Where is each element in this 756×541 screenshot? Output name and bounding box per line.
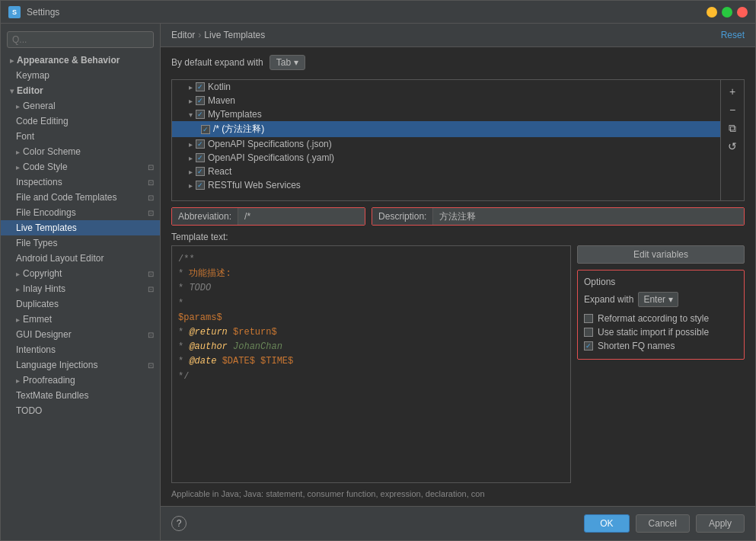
- reformat-checkbox[interactable]: [584, 314, 593, 323]
- sidebar-item-label: Keymap: [16, 70, 49, 81]
- maven-checkbox[interactable]: [196, 96, 205, 105]
- chevron-icon: [16, 285, 20, 293]
- reformat-checkbox-row[interactable]: Reformat according to style: [584, 312, 738, 325]
- reset-template-button[interactable]: ↺: [724, 138, 741, 155]
- sidebar-item-font[interactable]: Font: [1, 129, 160, 144]
- sidebar-item-inspections[interactable]: Inspections ⊡: [1, 174, 160, 190]
- sidebar-item-color-scheme[interactable]: Color Scheme: [1, 144, 160, 159]
- code-editor[interactable]: /** * 功能描述: * TODO * $params$ * @return …: [171, 245, 571, 483]
- restful-checkbox[interactable]: [196, 181, 205, 190]
- copy-template-button[interactable]: ⧉: [724, 120, 741, 136]
- maximize-button[interactable]: [722, 7, 732, 18]
- sidebar-item-proofreading[interactable]: Proofreading: [1, 373, 160, 388]
- expand-with-option-dropdown[interactable]: Enter ▾: [638, 292, 678, 307]
- copy-icon: ⊡: [148, 163, 154, 171]
- sidebar-item-label: TextMate Bundles: [16, 390, 88, 401]
- bottom-buttons: OK Cancel Apply: [584, 514, 745, 533]
- shorten-eq-checkbox-row[interactable]: Shorten FQ names: [584, 339, 738, 353]
- expand-with-option-value: Enter: [643, 294, 665, 305]
- static-import-checkbox[interactable]: [584, 328, 593, 337]
- window-title: Settings: [27, 7, 59, 18]
- sidebar-item-general[interactable]: General: [1, 98, 160, 114]
- sidebar-item-gui-designer[interactable]: GUI Designer ⊡: [1, 327, 160, 342]
- sidebar-item-duplicates[interactable]: Duplicates: [1, 296, 160, 312]
- sidebar-item-todo[interactable]: TODO: [1, 403, 160, 418]
- sidebar-item-editor[interactable]: Editor: [1, 83, 160, 98]
- description-label: Description:: [372, 208, 433, 225]
- static-import-checkbox-row[interactable]: Use static import if possible: [584, 325, 738, 339]
- abbreviation-input[interactable]: [238, 208, 365, 225]
- description-input[interactable]: [433, 208, 744, 225]
- tree-item-label: /* (方法注释): [213, 123, 264, 136]
- tree-item-mytemplates[interactable]: MyTemplates: [172, 107, 720, 121]
- right-options: Edit variables Options Expand with Enter…: [577, 232, 745, 498]
- add-template-button[interactable]: +: [724, 83, 741, 100]
- chevron-icon: [16, 102, 20, 110]
- apply-button[interactable]: Apply: [696, 514, 745, 533]
- tree-item-label: RESTful Web Services: [208, 180, 301, 190]
- close-button[interactable]: [737, 7, 748, 18]
- form-row: Abbreviation: Description:: [171, 207, 745, 226]
- chevron-icon: [16, 270, 20, 278]
- tree-item-kotlin[interactable]: Kotlin: [172, 80, 720, 94]
- method-comment-checkbox[interactable]: [201, 125, 210, 134]
- remove-template-button[interactable]: −: [724, 101, 741, 118]
- openapi-yaml-checkbox[interactable]: [196, 153, 205, 162]
- sidebar-item-label: Proofreading: [23, 375, 75, 386]
- tree-item-method-comment[interactable]: /* (方法注释): [172, 121, 720, 137]
- react-checkbox[interactable]: [196, 167, 205, 176]
- expand-with-dropdown[interactable]: Tab ▾: [270, 55, 305, 70]
- sidebar-item-inlay-hints[interactable]: Inlay Hints ⊡: [1, 281, 160, 296]
- breadcrumb-parent: Editor: [171, 30, 195, 40]
- sidebar-item-textmate[interactable]: TextMate Bundles: [1, 388, 160, 403]
- chevron-icon: [189, 140, 193, 149]
- search-input[interactable]: [7, 31, 154, 48]
- cancel-button[interactable]: Cancel: [636, 514, 690, 533]
- tree-item-maven[interactable]: Maven: [172, 94, 720, 107]
- chevron-icon: [10, 87, 14, 95]
- reset-button[interactable]: Reset: [721, 30, 745, 40]
- openapi-json-checkbox[interactable]: [196, 139, 205, 149]
- breadcrumb-current: Live Templates: [204, 30, 265, 40]
- tree-item-openapi-yaml[interactable]: OpenAPI Specifications (.yaml): [172, 151, 720, 165]
- copy-icon: ⊡: [148, 209, 154, 217]
- description-group: Description:: [372, 207, 745, 226]
- tree-item-restful[interactable]: RESTful Web Services: [172, 178, 720, 192]
- mytemplates-checkbox[interactable]: [196, 110, 205, 119]
- sidebar-item-android-layout[interactable]: Android Layout Editor: [1, 251, 160, 266]
- shorten-eq-checkbox[interactable]: [584, 341, 593, 351]
- kotlin-checkbox[interactable]: [196, 82, 205, 91]
- sidebar-item-label: Language Injections: [16, 360, 97, 370]
- copy-icon: ⊡: [148, 331, 154, 339]
- sidebar-item-emmet[interactable]: Emmet: [1, 312, 160, 327]
- tree-item-openapi-json[interactable]: OpenAPI Specifications (.json): [172, 137, 720, 151]
- title-controls[interactable]: [707, 7, 748, 18]
- sidebar-item-file-encodings[interactable]: File Encodings ⊡: [1, 205, 160, 220]
- sidebar-item-intentions[interactable]: Intentions: [1, 342, 160, 357]
- ok-button[interactable]: OK: [584, 514, 629, 533]
- help-button[interactable]: ?: [171, 516, 187, 531]
- sidebar-item-label: Color Scheme: [23, 146, 81, 157]
- copy-icon: ⊡: [148, 270, 154, 278]
- settings-window: S Settings Appearance & Behavior Keymap: [0, 0, 756, 541]
- edit-variables-button[interactable]: Edit variables: [577, 245, 745, 264]
- sidebar-item-code-style[interactable]: Code Style ⊡: [1, 159, 160, 174]
- sidebar-item-code-editing[interactable]: Code Editing: [1, 114, 160, 129]
- sidebar-item-live-templates[interactable]: Live Templates: [1, 220, 160, 235]
- sidebar-item-label: Intentions: [16, 344, 56, 355]
- sidebar-item-copyright[interactable]: Copyright ⊡: [1, 266, 160, 281]
- sidebar-item-appearance[interactable]: Appearance & Behavior: [1, 53, 160, 68]
- sidebar-item-label: File Encodings: [16, 207, 76, 218]
- shorten-eq-label: Shorten FQ names: [598, 341, 675, 351]
- expand-with-label: By default expand with: [171, 57, 263, 68]
- sidebar-item-file-types[interactable]: File Types: [1, 235, 160, 251]
- sidebar-item-language-injections[interactable]: Language Injections ⊡: [1, 357, 160, 373]
- sidebar-item-label: Live Templates: [16, 222, 77, 233]
- expand-with-option-label: Expand with: [584, 294, 633, 305]
- tree-item-react[interactable]: React: [172, 165, 720, 178]
- sidebar-item-file-code-templates[interactable]: File and Code Templates ⊡: [1, 190, 160, 205]
- chevron-icon: [16, 376, 20, 385]
- minimize-button[interactable]: [707, 7, 717, 18]
- sidebar-item-label: Inlay Hints: [23, 283, 65, 294]
- sidebar-item-keymap[interactable]: Keymap: [1, 68, 160, 83]
